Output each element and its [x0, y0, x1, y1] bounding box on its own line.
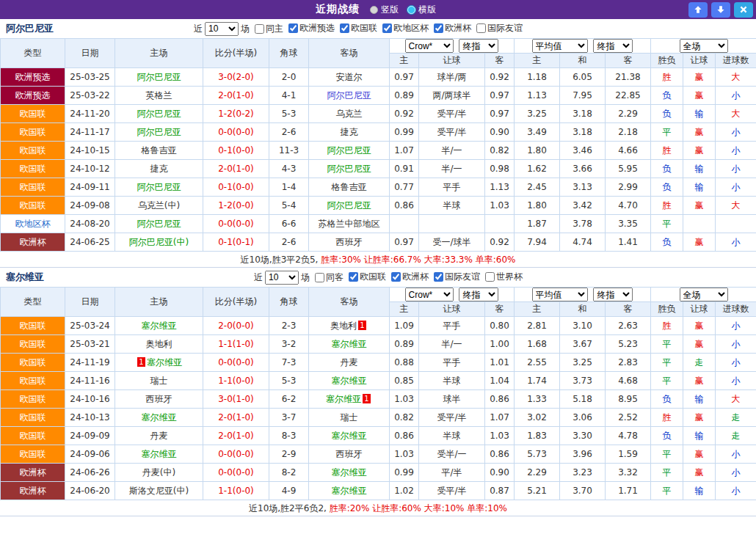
- team-name[interactable]: 阿尔巴尼亚: [137, 219, 181, 229]
- match-type: 欧国联: [1, 123, 65, 142]
- team-name[interactable]: 阿尔巴尼亚: [137, 109, 181, 119]
- move-down-button[interactable]: [711, 2, 730, 18]
- competition-checkbox[interactable]: [434, 272, 443, 282]
- handicap-away-odds: 0.86: [485, 445, 515, 464]
- team-name[interactable]: 阿尔巴尼亚(中): [129, 237, 189, 247]
- fulltime-header: 全场: [651, 288, 756, 302]
- match-type: 欧洲杯: [1, 464, 65, 482]
- team-name[interactable]: 塞尔维亚: [332, 339, 367, 349]
- result-wdl: 胜: [651, 197, 683, 215]
- team-name[interactable]: 阿尔巴尼亚: [137, 72, 181, 82]
- handicap-home-odds: 0.85: [390, 372, 419, 390]
- fulltime-header: 全场: [651, 39, 756, 54]
- same-venue-checkbox[interactable]: [255, 24, 264, 34]
- result-handicap: 赢: [683, 197, 716, 215]
- competition-checkbox[interactable]: [349, 272, 358, 282]
- competition-filter[interactable]: 欧洲杯: [434, 22, 471, 34]
- match-row: 欧国联25-03-21奥地利1-1(1-0)3-2塞尔维亚0.89半/一1.00…: [1, 335, 756, 354]
- team-name[interactable]: 塞尔维亚: [142, 321, 177, 331]
- competition-filter[interactable]: 欧洲杯: [391, 271, 429, 283]
- avg-draw-odds: 3.78: [560, 215, 606, 233]
- team-name[interactable]: 阿尔巴尼亚: [327, 90, 371, 100]
- competition-checkbox[interactable]: [382, 23, 392, 33]
- handicap-home-odds: 0.89: [390, 335, 419, 354]
- team-name: 苏格兰中部地区: [319, 219, 380, 229]
- match-date: 24-09-08: [65, 197, 115, 215]
- radio-horizontal-layout[interactable]: 横版: [407, 4, 436, 16]
- recent-count-select[interactable]: 10: [265, 271, 299, 285]
- team-name[interactable]: 塞尔维亚: [326, 394, 361, 404]
- team-name[interactable]: 阿尔巴尼亚: [137, 182, 181, 192]
- avg-final-select[interactable]: 终指: [593, 39, 633, 53]
- team-name[interactable]: 塞尔维亚: [147, 357, 182, 367]
- competition-filter[interactable]: 欧洲预选: [288, 22, 335, 34]
- radio-vertical-layout[interactable]: 竖版: [370, 4, 399, 16]
- avg-home-odds: 1.74: [515, 372, 560, 390]
- team-name-heading: 阿尔巴尼亚: [6, 22, 54, 35]
- odds-provider-select[interactable]: Crow*: [405, 288, 454, 301]
- competition-checkbox[interactable]: [476, 23, 486, 33]
- team-name[interactable]: 阿尔巴尼亚: [327, 145, 371, 156]
- avg-draw-odds: 6.05: [560, 68, 606, 87]
- team-name[interactable]: 塞尔维亚: [142, 412, 177, 423]
- handicap-final-select[interactable]: 终指: [459, 39, 498, 53]
- avg-final-select[interactable]: 终指: [593, 288, 633, 301]
- avg-draw-odds: 3.10: [560, 317, 606, 335]
- handicap-line: [419, 215, 485, 233]
- avg-away-odds: 3.32: [606, 464, 651, 482]
- col-corner: 角球: [269, 39, 309, 68]
- fulltime-select[interactable]: 全场: [680, 39, 728, 53]
- competition-filter[interactable]: 欧国联: [340, 22, 377, 34]
- handicap-away-odds: 0.97: [485, 105, 515, 123]
- competition-checkbox[interactable]: [391, 272, 401, 282]
- same-venue-filter[interactable]: 同客: [315, 271, 344, 284]
- match-type: 欧国联: [1, 354, 65, 372]
- competition-checkbox[interactable]: [434, 23, 443, 33]
- team-name[interactable]: 阿尔巴尼亚: [137, 127, 181, 137]
- competition-filter[interactable]: 世界杯: [485, 271, 523, 283]
- close-button[interactable]: [734, 2, 753, 18]
- col-corner: 角球: [269, 288, 309, 317]
- same-venue-checkbox[interactable]: [315, 273, 324, 282]
- match-score: 2-0(1-0): [203, 160, 269, 178]
- competition-filter[interactable]: 国际友谊: [434, 271, 480, 283]
- competition-filter[interactable]: 欧国联: [349, 271, 386, 283]
- avg-odds-select[interactable]: 平均值: [532, 288, 588, 301]
- avg-home-odds: 1.33: [515, 390, 560, 409]
- result-goals: 小: [716, 142, 756, 160]
- team-name[interactable]: 塞尔维亚: [332, 467, 367, 478]
- team-name[interactable]: 塞尔维亚: [332, 486, 367, 496]
- team-name[interactable]: 塞尔维亚: [332, 376, 367, 386]
- recent-count-select[interactable]: 10: [205, 22, 239, 36]
- same-venue-filter[interactable]: 同主: [255, 23, 283, 35]
- competition-checkbox[interactable]: [485, 272, 495, 282]
- match-type: 欧洲杯: [1, 482, 65, 500]
- same-venue-label: 同客: [326, 271, 344, 284]
- home-team-cell: 西班牙: [115, 390, 203, 409]
- corner-score: 6-6: [269, 215, 309, 233]
- result-wdl: 平: [651, 482, 683, 500]
- competition-checkbox[interactable]: [340, 23, 349, 33]
- avg-home-odds: 1.62: [515, 160, 560, 178]
- corner-score: 4-9: [269, 482, 309, 500]
- competition-filter[interactable]: 欧地区杯: [382, 22, 429, 34]
- avg-home-odds: 7.94: [515, 233, 560, 252]
- home-team-cell: 格鲁吉亚: [115, 142, 203, 160]
- team-name[interactable]: 塞尔维亚: [142, 449, 177, 459]
- match-score: 2-0(1-0): [203, 427, 269, 445]
- col-result-handicap: 让球: [683, 54, 716, 68]
- competition-filter[interactable]: 国际友谊: [476, 22, 523, 34]
- move-up-button[interactable]: [688, 2, 708, 18]
- summary-segment: 近10场,胜2平6负2,: [249, 503, 330, 513]
- odds-provider-select[interactable]: Crow*: [405, 39, 454, 53]
- away-team-cell: 阿尔巴尼亚: [309, 87, 390, 105]
- handicap-final-select[interactable]: 终指: [459, 288, 498, 301]
- avg-odds-select[interactable]: 平均值: [532, 39, 588, 53]
- match-score: 0-0(0-0): [203, 215, 269, 233]
- fulltime-select[interactable]: 全场: [680, 288, 728, 301]
- team-name[interactable]: 阿尔巴尼亚: [327, 164, 371, 174]
- team-name[interactable]: 塞尔维亚: [332, 431, 367, 441]
- competition-checkbox[interactable]: [288, 23, 298, 33]
- match-type: 欧国联: [1, 427, 65, 445]
- team-name[interactable]: 阿尔巴尼亚: [327, 200, 371, 211]
